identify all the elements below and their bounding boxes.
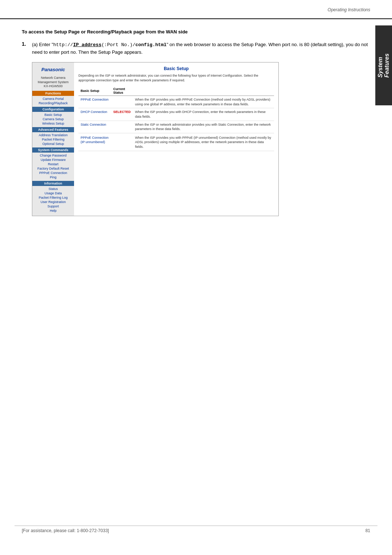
url-http: http:// xyxy=(53,42,73,48)
sidebar-item-optional-setup[interactable]: Optional Setup xyxy=(32,142,74,146)
pppoe-status xyxy=(111,96,133,108)
configuration-header: Configuration xyxy=(32,107,74,112)
step-number: 1. xyxy=(22,41,32,56)
page-number: 81 xyxy=(366,528,370,533)
sidebar-item-packet-filtering[interactable]: Packet Filtering xyxy=(32,137,74,142)
sidebar-logo: Panasonic xyxy=(32,65,74,74)
brand-name: Panasonic xyxy=(34,67,73,72)
sidebar-item-camera-portal[interactable]: Camera Portal xyxy=(32,97,74,101)
static-status xyxy=(111,121,133,133)
header-title: Operating Instructions xyxy=(328,7,370,12)
sidebar-item-basic-setup[interactable]: Basic Setup xyxy=(32,113,74,117)
sidebar: Panasonic Network Camera Management Syst… xyxy=(32,62,74,216)
step-text: (a) Enter "http://IP address(:Port No.)/… xyxy=(32,41,370,56)
url-port: (:Port No.)/ xyxy=(101,42,135,48)
sidebar-item-packet-log[interactable]: Packet Filtering Log xyxy=(32,195,74,200)
main-content: To access the Setup Page or Recording/Pl… xyxy=(22,25,370,216)
pppoe-unnumbered-status xyxy=(111,133,133,151)
sidebar-item-camera-setup[interactable]: Camera Setup xyxy=(32,117,74,121)
side-label-text: SystemFeatures xyxy=(377,53,390,78)
sidebar-product: Network Camera Management System KX-HGW5… xyxy=(32,76,74,89)
sidebar-item-user-reg[interactable]: User Registration xyxy=(32,200,74,204)
page-footer: [For assistance, please call: 1-800-272-… xyxy=(0,528,392,533)
page-top-border xyxy=(0,18,392,19)
sidebar-item-pppoe-connection[interactable]: PPPoE Connection xyxy=(32,171,74,175)
table-row: PPPoE Connection (IP unnumbered) When th… xyxy=(78,133,274,151)
panel-content: Basic Setup Depending on the ISP or netw… xyxy=(74,62,278,216)
step-1-container: 1. (a) Enter "http://IP address(:Port No… xyxy=(22,41,370,56)
sidebar-item-restart[interactable]: Restart xyxy=(32,162,74,166)
sidebar-item-wireless-setup[interactable]: Wireless Setup xyxy=(32,121,74,126)
dhcp-status: SELECTED xyxy=(111,108,133,121)
sidebar-item-change-password[interactable]: Change Password xyxy=(32,153,74,158)
sidebar-item-support[interactable]: Support xyxy=(32,204,74,208)
sidebar-item-factory-reset[interactable]: Factory Default Reset xyxy=(32,166,74,171)
side-label: SystemFeatures xyxy=(375,25,392,105)
col-header-description xyxy=(133,86,274,96)
pppoe-unnumbered-name: PPPoE Connection (IP unnumbered) xyxy=(78,133,111,151)
sidebar-item-ping[interactable]: Ping xyxy=(32,175,74,179)
static-connection-name: Static Connection xyxy=(78,121,111,133)
table-row: DHCP Connection SELECTED When the ISP pr… xyxy=(78,108,274,121)
dhcp-description: When the ISP provides you with DHCP Conn… xyxy=(133,108,274,121)
sidebar-item-recording[interactable]: Recording/Playback xyxy=(32,101,74,105)
connection-table: Basic Setup Current Status PPPoE Connect… xyxy=(78,86,274,151)
url-ip: IP address xyxy=(73,42,101,48)
footer-assistance: [For assistance, please call: 1-800-272-… xyxy=(22,528,109,533)
advanced-header: Advanced Features xyxy=(32,127,74,132)
section-heading: To access the Setup Page or Recording/Pl… xyxy=(22,29,370,35)
table-row: Static Connection When the ISP or networ… xyxy=(78,121,274,133)
table-row: PPPoE Connection When the ISP provides y… xyxy=(78,96,274,108)
static-description: When the ISP or network administrator pr… xyxy=(133,121,274,133)
footer-border xyxy=(15,526,377,526)
functions-header: Functions xyxy=(32,91,74,96)
col-header-current-status: Current Status xyxy=(111,86,133,96)
panel-title: Basic Setup xyxy=(78,66,274,71)
dhcp-connection-name: DHCP Connection xyxy=(78,108,111,121)
sidebar-item-status[interactable]: Status xyxy=(32,187,74,191)
pppoe-description: When the ISP provides you with PPPoE Con… xyxy=(133,96,274,108)
panel-intro: Depending on the ISP or network administ… xyxy=(78,73,274,82)
pppoe-unnumbered-description: When the ISP provides you with PPPoE (IP… xyxy=(133,133,274,151)
sidebar-item-help[interactable]: Help xyxy=(32,208,74,213)
sidebar-item-address-translation[interactable]: Address Translation xyxy=(32,133,74,137)
pppoe-connection-name: PPPoE Connection xyxy=(78,96,111,108)
sidebar-item-update-firmware[interactable]: Update Firmware xyxy=(32,158,74,162)
screenshot-container: Panasonic Network Camera Management Syst… xyxy=(32,62,279,216)
col-header-basic-setup: Basic Setup xyxy=(78,86,111,96)
url-page: config.html xyxy=(135,42,167,48)
sidebar-item-usage-data[interactable]: Usage Data xyxy=(32,191,74,195)
page-header: Operating Instructions xyxy=(328,7,370,12)
information-header: Information xyxy=(32,181,74,186)
system-commands-header: System Commands xyxy=(32,147,74,153)
